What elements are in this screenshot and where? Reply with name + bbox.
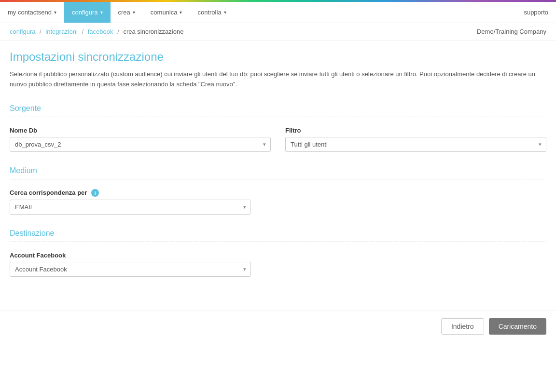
- page-title: Impostazioni sincronizzazione: [10, 50, 546, 64]
- submit-button[interactable]: Caricamento: [489, 318, 546, 335]
- nome-db-label: Nome Db: [10, 127, 271, 134]
- form-group-nome-db: Nome Db db_prova_csv_2 ▾: [10, 127, 271, 152]
- nav-item-configura[interactable]: configura ▾: [64, 2, 110, 23]
- breadcrumb-bar: configura / integrazioni / facebook / cr…: [0, 23, 556, 41]
- breadcrumb-link-integrazioni[interactable]: integrazioni: [45, 28, 78, 35]
- nav-item-comunica[interactable]: comunica ▾: [143, 2, 190, 23]
- account-facebook-label: Account Facebook: [10, 252, 251, 259]
- sorgente-form-row: Nome Db db_prova_csv_2 ▾ Filtro Tutti gl…: [10, 127, 546, 152]
- nav-arrow-crea: ▾: [133, 10, 135, 15]
- form-group-cerca: Cerca corrispondenza per i EMAIL ▾: [10, 189, 251, 215]
- account-facebook-select-wrapper: Account Facebook ▾: [10, 262, 251, 277]
- nav-arrow-comunica: ▾: [180, 10, 182, 15]
- breadcrumb-sep-2: /: [82, 28, 83, 35]
- breadcrumb-link-facebook[interactable]: facebook: [88, 28, 113, 35]
- nav-arrow-configura: ▾: [100, 10, 103, 15]
- medium-form-row: Cerca corrispondenza per i EMAIL ▾: [10, 189, 546, 215]
- nav-arrow-controlla: ▾: [224, 10, 226, 15]
- main-content: Impostazioni sincronizzazione Seleziona …: [0, 41, 556, 301]
- section-sorgente: Sorgente Nome Db db_prova_csv_2 ▾ Filtro…: [10, 104, 546, 152]
- nav-item-crea[interactable]: crea ▾: [111, 2, 143, 23]
- cerca-select-wrapper: EMAIL ▾: [10, 200, 251, 215]
- cerca-select[interactable]: EMAIL: [10, 200, 251, 215]
- nome-db-select[interactable]: db_prova_csv_2: [10, 137, 271, 152]
- breadcrumb-sep-1: /: [40, 28, 42, 35]
- section-title-sorgente: Sorgente: [10, 104, 546, 117]
- footer-bar: Indietro Caricamento: [0, 311, 556, 342]
- filtro-select-wrapper: Tutti gli utenti ▾: [285, 137, 546, 152]
- breadcrumb: configura / integrazioni / facebook / cr…: [10, 28, 183, 35]
- form-group-filtro: Filtro Tutti gli utenti ▾: [285, 127, 546, 152]
- back-button[interactable]: Indietro: [441, 318, 484, 335]
- account-facebook-select[interactable]: Account Facebook: [10, 262, 251, 277]
- section-medium: Medium Cerca corrispondenza per i EMAIL …: [10, 166, 546, 215]
- nav-spacer: [234, 2, 516, 23]
- info-icon[interactable]: i: [91, 189, 99, 197]
- destinazione-form-row: Account Facebook Account Facebook ▾: [10, 252, 546, 277]
- main-nav: my contactsend ▾ configura ▾ crea ▾ comu…: [0, 2, 556, 23]
- nome-db-select-wrapper: db_prova_csv_2 ▾: [10, 137, 271, 152]
- company-name: Demo/Training Company: [477, 28, 546, 35]
- cerca-label: Cerca corrispondenza per i: [10, 189, 251, 197]
- breadcrumb-sep-3: /: [117, 28, 119, 35]
- section-title-medium: Medium: [10, 166, 546, 179]
- page-description: Seleziona il pubblico personalizzato (cu…: [10, 69, 541, 90]
- nav-item-my-contactsend[interactable]: my contactsend ▾: [0, 2, 64, 23]
- nav-arrow-my-contactsend: ▾: [54, 10, 56, 15]
- form-group-account-facebook: Account Facebook Account Facebook ▾: [10, 252, 251, 277]
- nav-support[interactable]: supporto: [516, 2, 556, 23]
- filtro-label: Filtro: [285, 127, 546, 134]
- section-destinazione: Destinazione Account Facebook Account Fa…: [10, 229, 546, 277]
- section-title-destinazione: Destinazione: [10, 229, 546, 242]
- breadcrumb-current: crea sincronizzazione: [123, 28, 183, 35]
- breadcrumb-link-configura[interactable]: configura: [10, 28, 35, 35]
- nav-item-controlla[interactable]: controlla ▾: [190, 2, 234, 23]
- filtro-select[interactable]: Tutti gli utenti: [285, 137, 546, 152]
